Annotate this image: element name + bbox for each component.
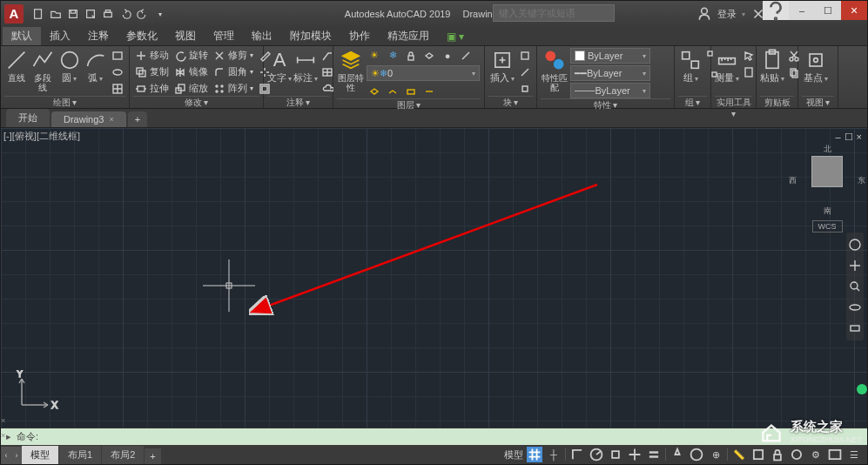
new-tab-button[interactable]: +: [128, 111, 147, 127]
tab-launcher[interactable]: ▣ ▾: [438, 29, 473, 44]
tab-addins[interactable]: 附加模块: [281, 27, 340, 45]
vp-minimize-icon[interactable]: –: [835, 131, 840, 143]
lwt-icon[interactable]: [646, 447, 662, 462]
measure-button[interactable]: 测量: [715, 48, 739, 84]
dimension-button[interactable]: 标注: [293, 48, 318, 84]
lock-ui-icon[interactable]: [770, 447, 785, 462]
workspace-icon[interactable]: [689, 447, 704, 462]
ltab-next-icon[interactable]: ›: [11, 447, 22, 464]
panel-layers-title[interactable]: 图层 ▾: [337, 98, 481, 111]
qat-redo-icon[interactable]: [135, 7, 150, 22]
file-tab-start[interactable]: 开始: [6, 109, 50, 127]
drawing-viewport[interactable]: [-][俯视][二维线框] – ☐ × X Y 北 南: [1, 128, 867, 428]
status-model-label[interactable]: 模型: [504, 448, 523, 462]
command-line[interactable]: × × ▸ 命令:: [1, 428, 867, 445]
panel-group-title[interactable]: 组 ▾: [678, 96, 707, 108]
qat-open-icon[interactable]: [48, 7, 63, 22]
qat-plot-icon[interactable]: [100, 7, 115, 22]
cmd-history-close-icon[interactable]: ×: [1, 416, 5, 425]
stretch-button[interactable]: 拉伸: [133, 81, 171, 96]
app-logo[interactable]: A: [4, 4, 24, 24]
tab-annotate[interactable]: 注释: [79, 27, 118, 45]
insert-block-button[interactable]: 插入: [488, 48, 515, 84]
pan-icon[interactable]: [848, 259, 862, 273]
paste-button[interactable]: 粘贴: [760, 48, 784, 84]
qat-saveas-icon[interactable]: [83, 7, 98, 22]
hardware-accel-icon[interactable]: ⚙: [808, 447, 824, 462]
linetype-combo[interactable]: ─── ByLayer: [570, 83, 650, 98]
layer-match-icon[interactable]: [458, 48, 474, 63]
layer-prev-icon[interactable]: [367, 84, 382, 98]
qat-save-icon[interactable]: [65, 7, 80, 22]
tab-default[interactable]: 默认: [3, 27, 41, 45]
tab-collab[interactable]: 协作: [340, 27, 379, 45]
annomonitor-icon[interactable]: ⊕: [708, 447, 723, 462]
rectangle-icon[interactable]: [110, 48, 125, 63]
orbit-icon[interactable]: [848, 300, 862, 314]
customize-icon[interactable]: ☰: [846, 447, 862, 462]
panel-block-title[interactable]: 块 ▾: [488, 96, 533, 108]
layout-tab-2[interactable]: 布局2: [102, 446, 144, 464]
grid-toggle-icon[interactable]: [527, 447, 542, 462]
cmd-chevron-icon[interactable]: ▸: [6, 431, 11, 442]
fillet-button[interactable]: 圆角▾: [212, 64, 255, 79]
rotate-button[interactable]: 旋转: [172, 48, 210, 63]
cmd-close-icon[interactable]: ×: [1, 431, 5, 440]
layout-tab-add[interactable]: +: [145, 448, 160, 464]
signin-label[interactable]: 登录: [717, 8, 737, 21]
viewcube-south[interactable]: 南: [824, 206, 831, 217]
layer-state-icon[interactable]: [385, 84, 400, 98]
osnap-icon[interactable]: [608, 447, 623, 462]
layer-walk-icon[interactable]: [403, 84, 419, 98]
viewcube[interactable]: 北 南 东 西 WCS: [803, 156, 851, 232]
trim-button[interactable]: 修剪▾: [212, 48, 255, 63]
layer-combo[interactable]: ☀ ❄ 0: [367, 65, 480, 81]
ortho-icon[interactable]: [569, 447, 585, 462]
snap-toggle-icon[interactable]: ┼: [546, 447, 562, 462]
viewport-label[interactable]: [-][俯视][二维线框]: [3, 130, 80, 143]
zoom-extents-icon[interactable]: [848, 280, 862, 293]
minimize-button[interactable]: –: [789, 1, 815, 20]
layout-tab-model[interactable]: 模型: [22, 446, 58, 464]
file-tab-drawing3[interactable]: Drawing3×: [51, 111, 126, 127]
panel-props-title[interactable]: 特性 ▾: [541, 98, 670, 111]
units-icon[interactable]: 📏: [731, 447, 747, 462]
hatch-icon[interactable]: [110, 81, 125, 96]
edit-block-icon[interactable]: [517, 64, 533, 79]
layer-on-icon[interactable]: ☀: [367, 48, 382, 63]
create-block-icon[interactable]: [517, 48, 533, 63]
tab-featured[interactable]: 精选应用: [379, 27, 438, 45]
viewcube-east[interactable]: 东: [858, 175, 865, 186]
panel-draw-title[interactable]: 绘图 ▾: [4, 96, 125, 108]
otrack-icon[interactable]: [627, 447, 643, 462]
panel-clip-title[interactable]: 剪贴板: [760, 96, 794, 108]
calc-icon[interactable]: [741, 64, 757, 79]
text-button[interactable]: A文字: [267, 48, 292, 84]
clean-screen-icon[interactable]: [827, 447, 843, 462]
attr-block-icon[interactable]: [517, 81, 533, 96]
tab-view[interactable]: 视图: [166, 27, 205, 45]
vp-maximize-icon[interactable]: ☐: [844, 131, 853, 143]
search-input[interactable]: [499, 8, 609, 18]
qat-new-icon[interactable]: [30, 7, 45, 22]
color-combo[interactable]: ByLayer: [570, 48, 650, 64]
circle-button[interactable]: 圆: [57, 48, 82, 84]
basepoint-button[interactable]: 基点: [802, 48, 830, 84]
help-search[interactable]: [493, 4, 615, 22]
viewcube-north[interactable]: 北: [824, 144, 831, 155]
scale-button[interactable]: 缩放: [172, 81, 210, 96]
annoscale-icon[interactable]: [670, 447, 685, 462]
help-button[interactable]: [763, 1, 789, 20]
layer-properties-button[interactable]: 图层特性: [337, 48, 365, 92]
line-button[interactable]: 直线: [4, 48, 29, 83]
tab-manage[interactable]: 管理: [205, 27, 243, 45]
vp-close-icon[interactable]: ×: [857, 131, 862, 143]
arc-button[interactable]: 弧: [84, 48, 108, 84]
array-button[interactable]: 阵列▾: [212, 81, 255, 96]
close-button[interactable]: ×: [841, 1, 867, 20]
copy-button[interactable]: 复制: [133, 64, 171, 79]
signin-icon[interactable]: [696, 6, 712, 22]
ellipse-icon[interactable]: [110, 64, 125, 79]
wcs-label[interactable]: WCS: [812, 220, 843, 232]
viewcube-face[interactable]: [811, 156, 843, 187]
